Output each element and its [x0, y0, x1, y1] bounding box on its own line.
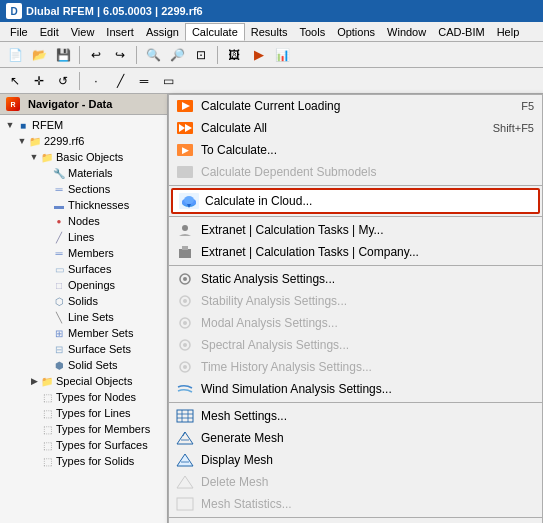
svg-rect-38: [177, 498, 193, 510]
nav-surfacesets-icon: ⊟: [52, 342, 66, 356]
delete-mesh-label: Delete Mesh: [201, 475, 534, 489]
nav-types-lines-label: Types for Lines: [56, 407, 131, 419]
app-title: Dlubal RFEM | 6.05.0003 | 2299.rf6: [26, 5, 203, 17]
toolbar-redo[interactable]: ↪: [109, 44, 131, 66]
nav-linesets-icon: ╲: [52, 310, 66, 324]
menu-window[interactable]: Window: [381, 24, 432, 40]
toolbar-undo[interactable]: ↩: [85, 44, 107, 66]
menu-cadbim[interactable]: CAD-BIM: [432, 24, 490, 40]
toolbar-zoom-out[interactable]: 🔎: [166, 44, 188, 66]
menu-calc-cloud[interactable]: Calculate in Cloud...: [171, 188, 540, 214]
nav-basic-objects[interactable]: ▼ 📁 Basic Objects: [0, 149, 167, 165]
nav-membersets[interactable]: ⊞ Member Sets: [0, 325, 167, 341]
menu-results[interactable]: Results: [245, 24, 294, 40]
menu-insert[interactable]: Insert: [100, 24, 140, 40]
nav-toggle-file[interactable]: ▼: [16, 135, 28, 147]
nav-nodes-label: Nodes: [68, 215, 100, 227]
nav-toggle-typesmembers: [28, 423, 40, 435]
menu-wind-settings[interactable]: Wind Simulation Analysis Settings...: [169, 378, 542, 400]
nav-toggle-linesets: [40, 311, 52, 323]
nav-sec-icon: ═: [52, 182, 66, 196]
to-calc-icon: ▶: [175, 142, 195, 158]
menu-tools[interactable]: Tools: [293, 24, 331, 40]
extranet-company-label: Extranet | Calculation Tasks | Company..…: [201, 245, 534, 259]
menu-file[interactable]: File: [4, 24, 34, 40]
menu-mesh-settings[interactable]: Mesh Settings...: [169, 405, 542, 427]
toolbar2-member[interactable]: ═: [133, 70, 155, 92]
nav-sections[interactable]: ═ Sections: [0, 181, 167, 197]
menu-bar: File Edit View Insert Assign Calculate R…: [0, 22, 543, 42]
title-bar: D Dlubal RFEM | 6.05.0003 | 2299.rf6: [0, 0, 543, 22]
menu-static-settings[interactable]: Static Analysis Settings...: [169, 268, 542, 290]
menu-extranet-company[interactable]: Extranet | Calculation Tasks | Company..…: [169, 241, 542, 263]
toolbar-sep-2: [136, 46, 137, 64]
nav-openings-icon: □: [52, 278, 66, 292]
menu-mesh-statistics: Mesh Statistics...: [169, 493, 542, 515]
nav-toggle-solidsets: [40, 359, 52, 371]
nav-toggle-openings: [40, 279, 52, 291]
nav-solidsets-icon: ⬢: [52, 358, 66, 372]
toolbar-sep-1: [79, 46, 80, 64]
toolbar-fit[interactable]: ⊡: [190, 44, 212, 66]
menu-to-calc[interactable]: ▶ To Calculate...: [169, 139, 542, 161]
nav-toggle-rfem[interactable]: ▼: [4, 119, 16, 131]
menu-options[interactable]: Options: [331, 24, 381, 40]
menu-delete-mesh: Delete Mesh: [169, 471, 542, 493]
nav-openings[interactable]: □ Openings: [0, 277, 167, 293]
toolbar2-rotate[interactable]: ↺: [52, 70, 74, 92]
menu-calc-all[interactable]: Calculate All Shift+F5: [169, 117, 542, 139]
menu-generate-mesh[interactable]: Generate Mesh: [169, 427, 542, 449]
toolbar-calc[interactable]: ▶: [247, 44, 269, 66]
nav-special[interactable]: ▶ 📁 Special Objects: [0, 373, 167, 389]
nav-materials[interactable]: 🔧 Materials: [0, 165, 167, 181]
nav-toggle-typessurfaces: [28, 439, 40, 451]
toolbar2-select[interactable]: ↖: [4, 70, 26, 92]
toolbar-results[interactable]: 📊: [271, 44, 293, 66]
toolbar-render[interactable]: 🖼: [223, 44, 245, 66]
nav-rfem[interactable]: ▼ ■ RFEM: [0, 117, 167, 133]
calc-current-shortcut: F5: [521, 100, 534, 112]
toolbar2-move[interactable]: ✛: [28, 70, 50, 92]
menu-view[interactable]: View: [65, 24, 101, 40]
nav-thicknesses[interactable]: ▬ Thicknesses: [0, 197, 167, 213]
nav-linesets[interactable]: ╲ Line Sets: [0, 309, 167, 325]
nav-solidsets[interactable]: ⬢ Solid Sets: [0, 357, 167, 373]
menu-extranet-my[interactable]: Extranet | Calculation Tasks | My...: [169, 219, 542, 241]
menu-calculate[interactable]: Calculate: [185, 23, 245, 41]
nav-types-lines[interactable]: ⬚ Types for Lines: [0, 405, 167, 421]
toolbar2-node[interactable]: ·: [85, 70, 107, 92]
nav-nodes[interactable]: ● Nodes: [0, 213, 167, 229]
nav-lines[interactable]: ╱ Lines: [0, 229, 167, 245]
nav-file[interactable]: ▼ 📁 2299.rf6: [0, 133, 167, 149]
menu-display-mesh[interactable]: Display Mesh: [169, 449, 542, 471]
toolbar-sep-3: [217, 46, 218, 64]
nav-openings-label: Openings: [68, 279, 115, 291]
nav-toggle-basic[interactable]: ▼: [28, 151, 40, 163]
menu-help[interactable]: Help: [491, 24, 526, 40]
menu-edit[interactable]: Edit: [34, 24, 65, 40]
nav-types-nodes[interactable]: ⬚ Types for Nodes: [0, 389, 167, 405]
svg-marker-35: [177, 454, 193, 466]
menu-calc-current[interactable]: Calculate Current Loading F5: [169, 95, 542, 117]
wind-settings-label: Wind Simulation Analysis Settings...: [201, 382, 534, 396]
nav-types-solids[interactable]: ⬚ Types for Solids: [0, 453, 167, 469]
mesh-statistics-icon: [175, 496, 195, 512]
nav-types-surfaces[interactable]: ⬚ Types for Surfaces: [0, 437, 167, 453]
toolbar-zoom-in[interactable]: 🔍: [142, 44, 164, 66]
menu-assign[interactable]: Assign: [140, 24, 185, 40]
nav-surfacesets[interactable]: ⊟ Surface Sets: [0, 341, 167, 357]
toolbar2-line[interactable]: ╱: [109, 70, 131, 92]
toolbar-save[interactable]: 💾: [52, 44, 74, 66]
toolbar-open[interactable]: 📂: [28, 44, 50, 66]
spectral-settings-label: Spectral Analysis Settings...: [201, 338, 534, 352]
nav-solids[interactable]: ⬡ Solids: [0, 293, 167, 309]
toolbar2-surface[interactable]: ▭: [157, 70, 179, 92]
calc-dependent-icon: [175, 164, 195, 180]
svg-text:▶: ▶: [182, 145, 189, 155]
nav-members[interactable]: ═ Members: [0, 245, 167, 261]
toolbar-new[interactable]: 📄: [4, 44, 26, 66]
nav-surfaces[interactable]: ▭ Surfaces: [0, 261, 167, 277]
calc-all-label: Calculate All: [201, 121, 473, 135]
nav-toggle-special[interactable]: ▶: [28, 375, 40, 387]
nav-types-members[interactable]: ⬚ Types for Members: [0, 421, 167, 437]
